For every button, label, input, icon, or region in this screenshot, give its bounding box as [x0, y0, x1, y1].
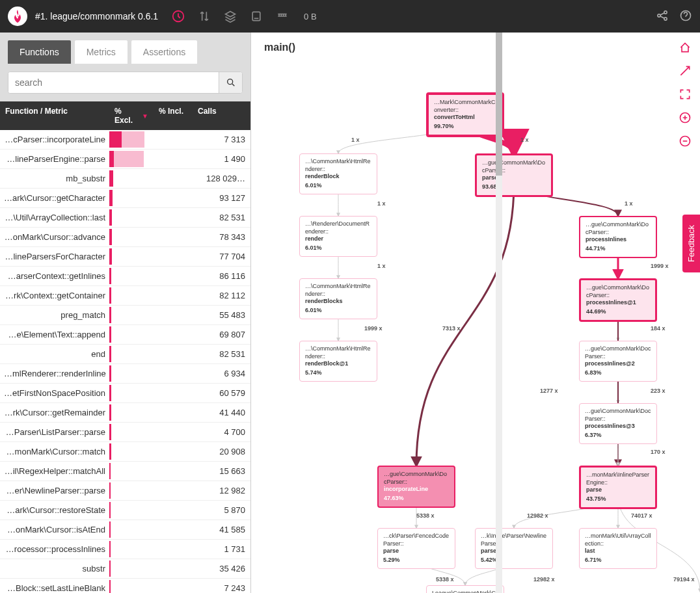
calls-cell: 7 243 — [193, 583, 250, 593]
table-row[interactable]: …Block::setLastLineBlank 7 243 — [0, 579, 250, 593]
sort-icon[interactable] — [197, 9, 211, 23]
zoom-in-icon[interactable] — [677, 109, 693, 126]
graph-node[interactable]: …gue\CommonMark\DocParser::incorporateLi… — [377, 466, 455, 508]
bar-cell — [109, 247, 154, 266]
edge-label: 1999 x — [364, 325, 383, 332]
table-row[interactable]: …lineParsersForCharacter 77 704 — [0, 247, 250, 267]
db-icon[interactable] — [249, 9, 263, 23]
feedback-tab[interactable]: Feedback — [682, 215, 700, 272]
network-icon[interactable] — [275, 9, 289, 23]
calls-cell: 128 029… — [193, 174, 250, 183]
table-row[interactable]: …rocessor::processInlines 1 731 — [0, 540, 250, 559]
bar-cell — [109, 384, 154, 402]
search-button[interactable] — [219, 72, 242, 93]
edge-label: 184 x — [651, 325, 666, 332]
table-row[interactable]: preg_match 55 483 — [0, 306, 250, 325]
graph-node[interactable]: …\CommonMark\HtmlRenderer::renderBlock@1… — [299, 341, 377, 382]
calls-cell: 41 440 — [193, 408, 250, 417]
bar-cell — [109, 559, 154, 578]
graph-node[interactable]: …\Renderer\DocumentRenderer::render6.01% — [299, 216, 377, 257]
table-row[interactable]: …Parser\ListParser::parse 4 700 — [0, 423, 250, 442]
graph-node[interactable]: …Mark\CommonMarkConverter::convertToHtml… — [426, 92, 504, 137]
table-row[interactable]: substr 35 426 — [0, 559, 250, 579]
search-input[interactable] — [8, 72, 219, 93]
table-row[interactable]: …rk\Cursor::getRemainder 41 440 — [0, 403, 250, 423]
graph-node[interactable]: …k\Inline\Parser\NewlineParser::parse5.4… — [475, 528, 553, 569]
fn-name: …etFirstNonSpacePosition — [0, 388, 109, 398]
fn-name: …\Util\ArrayCollection::last — [0, 213, 109, 222]
zoom-out-icon[interactable] — [677, 133, 693, 150]
table-row[interactable]: …onMark\Cursor::advance 78 343 — [0, 228, 250, 247]
table-row[interactable]: …er\NewlineParser::parse 12 982 — [0, 481, 250, 501]
bar-cell — [109, 481, 154, 500]
graph-node[interactable]: …\CommonMark\HtmlRenderer::renderBlock6.… — [299, 153, 377, 194]
svg-rect-1 — [252, 12, 260, 20]
callgraph-panel[interactable]: main() …Mark\CommonMarkConverter::conver… — [251, 33, 700, 593]
help-icon[interactable] — [679, 9, 692, 24]
graph-node[interactable]: …gue\CommonMark\DocParser::parse93.68% — [475, 153, 553, 197]
graph-node[interactable]: …gue\CommonMark\DocParser::processInline… — [579, 278, 657, 322]
logo-flame[interactable] — [8, 7, 27, 26]
bar-cell — [109, 208, 154, 227]
graph-node[interactable]: …monMark\InlineParserEngine::parse43.75% — [579, 466, 657, 509]
edge-label: 170 x — [651, 449, 666, 455]
table-row[interactable]: …ark\Cursor::restoreState 5 870 — [0, 501, 250, 520]
tab-functions[interactable]: Functions — [8, 40, 71, 64]
table-row[interactable]: …rk\Context::getContainer 82 112 — [0, 286, 250, 306]
table-row[interactable]: mb_substr 128 029… — [0, 169, 250, 189]
table-row[interactable]: …etFirstNonSpacePosition 60 579 — [0, 384, 250, 403]
bar-cell — [109, 150, 154, 168]
table-row[interactable]: …\Util\ArrayCollection::last 82 531 — [0, 208, 250, 228]
col-excl[interactable]: % Excl.▼ — [109, 101, 154, 130]
edge-label: 12982 x — [533, 576, 555, 583]
table-row[interactable]: …lineParserEngine::parse 1 490 — [0, 150, 250, 169]
table-row[interactable]: …onMark\Cursor::isAtEnd 41 585 — [0, 520, 250, 540]
graph-node[interactable]: …gue\CommonMark\DocParser::processInline… — [579, 216, 657, 258]
col-function[interactable]: Function / Metric — [0, 101, 109, 130]
tab-metrics[interactable]: Metrics — [75, 40, 128, 64]
fn-name: …onMark\Cursor::advance — [0, 232, 109, 242]
share-icon[interactable] — [656, 9, 669, 24]
edge-label: 1 x — [351, 137, 360, 143]
toolbar-icons: 0 B — [171, 9, 317, 23]
table-row[interactable]: …cParser::incorporateLine 7 313 — [0, 130, 250, 150]
graph-node[interactable]: …monMark\Util\ArrayCollection::last6.71% — [579, 528, 657, 569]
edge-label: 1277 x — [540, 388, 558, 394]
bar-cell — [109, 423, 154, 441]
graph-node[interactable]: …ck\Parser\FencedCodeParser::parse5.29% — [377, 528, 455, 569]
table-row[interactable]: …arserContext::getInlines 86 116 — [0, 267, 250, 286]
bytes-label: 0 B — [304, 12, 317, 21]
bar-cell — [109, 345, 154, 363]
tabs: Functions Metrics Assertions — [0, 33, 250, 64]
layers-icon[interactable] — [223, 9, 237, 23]
top-bar: #1. league/commonmark 0.6.1 0 B — [0, 0, 700, 33]
graph-node[interactable]: …\CommonMark\HtmlRenderer::renderBlocks6… — [299, 278, 377, 319]
sidebar-scrollbar-thumb[interactable] — [496, 33, 502, 176]
calls-cell: 82 531 — [193, 213, 250, 222]
edge-label: 5338 x — [416, 512, 435, 519]
table-rows: …cParser::incorporateLine 7 313…linePars… — [0, 130, 250, 593]
table-row[interactable]: …monMark\Cursor::match 20 908 — [0, 442, 250, 462]
table-row[interactable]: …e\Element\Text::append 69 807 — [0, 325, 250, 345]
expand-icon[interactable] — [677, 62, 693, 79]
table-row[interactable]: end 82 531 — [0, 345, 250, 364]
col-incl[interactable]: % Incl. — [154, 101, 193, 130]
calls-cell: 35 426 — [193, 564, 250, 573]
fullscreen-icon[interactable] — [677, 86, 693, 103]
fn-name: …ark\Cursor::getCharacter — [0, 193, 109, 203]
calls-cell: 4 700 — [193, 427, 250, 437]
clock-icon[interactable] — [171, 9, 185, 23]
table-row[interactable]: …mlRenderer::renderInline 6 934 — [0, 364, 250, 384]
graph-node[interactable]: League\CommonMark\Cursor::match5.82% — [426, 585, 504, 593]
tab-assertions[interactable]: Assertions — [131, 40, 197, 64]
graph-node[interactable]: …gue\CommonMark\DocParser::processInline… — [579, 341, 657, 382]
home-icon[interactable] — [677, 39, 693, 56]
table-row[interactable]: …il\RegexHelper::matchAll 15 663 — [0, 462, 250, 481]
graph-node[interactable]: …gue\CommonMark\DocParser::processInline… — [579, 403, 657, 444]
fn-name: mb_substr — [0, 174, 109, 183]
col-calls[interactable]: Calls — [193, 101, 250, 130]
calls-cell: 12 982 — [193, 486, 250, 495]
bar-cell — [109, 286, 154, 305]
edge-label: 1999 x — [651, 263, 669, 269]
table-row[interactable]: …ark\Cursor::getCharacter 93 127 — [0, 189, 250, 208]
